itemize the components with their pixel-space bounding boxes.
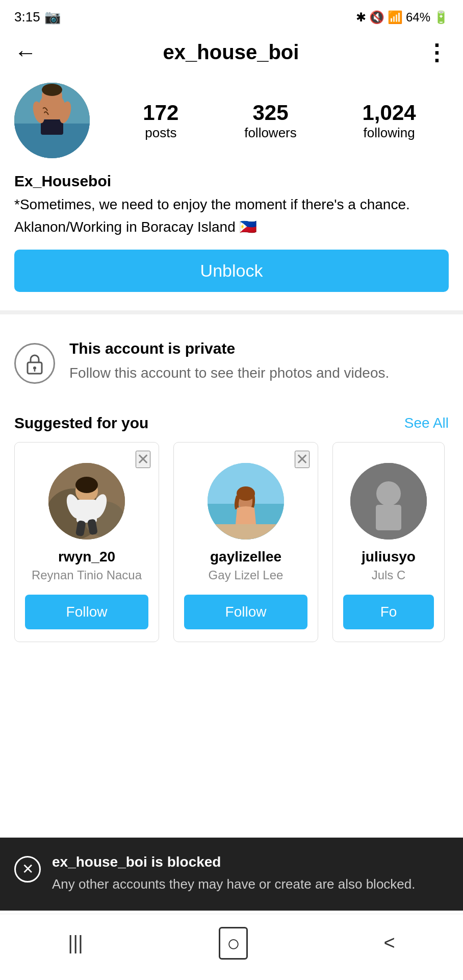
bottom-nav: ||| ○ < [0,914,463,980]
suggestion-card-1: ✕ rwyn_20 Reynan Tinio Nacua Follow [14,442,159,642]
svg-point-27 [376,481,401,506]
toast-text: ex_house_boi is blocked Any other accoun… [52,854,416,894]
dismiss-card-1-button[interactable]: ✕ [136,451,150,468]
svg-rect-28 [376,505,401,530]
profile-avatar [14,83,90,158]
card-2-avatar [208,463,284,540]
wifi-icon: 📶 [388,10,403,24]
more-options-button[interactable]: ⋮ [425,39,449,65]
battery-icon: 🔋 [433,10,449,24]
followers-stat: 325 followers [244,101,297,141]
back-button[interactable]: ← [14,40,37,65]
follow-card-3-button[interactable]: Fo [343,595,434,629]
suggested-title: Suggested for you [14,414,148,432]
profile-top: 172 posts 325 followers 1,024 following [14,83,449,158]
unblock-button[interactable]: Unblock [14,250,449,292]
toast-notification: ✕ ex_house_boi is blocked Any other acco… [0,838,463,911]
status-right: ✱ 🔇 📶 64% 🔋 [356,10,449,24]
card-3-fullname: Juls C [343,568,434,582]
profile-display-name: Ex_Houseboi [14,173,449,190]
bluetooth-icon: ✱ [356,10,366,24]
profile-bio: *Sometimes, we need to enjoy the moment … [14,194,449,215]
profile-username-header: ex_house_boi [163,41,299,64]
posts-label: posts [145,125,176,140]
follow-card-2-button[interactable]: Follow [184,595,307,629]
see-all-button[interactable]: See All [404,415,449,431]
card-1-avatar [48,463,125,540]
toast-subtitle: Any other accounts they may have or crea… [52,874,416,894]
toast-close-icon[interactable]: ✕ [14,856,41,883]
followers-label: followers [244,125,297,140]
svg-point-9 [33,366,36,370]
mute-icon: 🔇 [369,10,384,24]
posts-count: 172 [143,101,178,125]
suggestion-card-3-partial: juliusyo Juls C Fo [332,442,445,642]
suggested-cards-row: ✕ rwyn_20 Reynan Tinio Nacua Follow [0,442,463,642]
profile-section: 172 posts 325 followers 1,024 following … [0,75,463,292]
dismiss-card-2-button[interactable]: ✕ [295,451,310,468]
private-account-section: This account is private Follow this acco… [0,314,463,404]
posts-stat: 172 posts [143,101,178,141]
follow-card-1-button[interactable]: Follow [25,595,148,629]
private-text: This account is private Follow this acco… [69,340,449,384]
card-3-username: juliusyo [343,549,434,565]
battery-display: 64% [406,10,430,24]
svg-point-20 [75,477,98,493]
card-3-avatar [350,463,427,540]
status-left: 3:15 📷 [14,9,61,25]
followers-count: 325 [244,101,297,125]
profile-stats: 172 posts 325 followers 1,024 following [110,101,449,141]
nav-recents-icon[interactable]: ||| [68,932,83,954]
nav-back-icon[interactable]: < [384,932,395,954]
private-title: This account is private [69,340,449,357]
following-stat: 1,024 following [363,101,416,141]
suggested-header: Suggested for you See All [0,404,463,442]
card-1-username: rwyn_20 [25,549,148,565]
camera-icon: 📷 [44,9,61,25]
nav-home-icon[interactable]: ○ [219,927,248,960]
svg-rect-25 [208,524,284,540]
private-subtitle: Follow this account to see their photos … [69,362,449,384]
profile-location: Aklanon/Working in Boracay Island 🇵🇭 [14,218,449,235]
card-1-fullname: Reynan Tinio Nacua [25,568,148,582]
svg-point-4 [42,84,62,96]
following-label: following [363,125,415,140]
svg-rect-5 [41,119,63,135]
top-nav: ← ex_house_boi ⋮ [0,30,463,75]
section-divider [0,310,463,314]
time-display: 3:15 [14,9,40,25]
following-count: 1,024 [363,101,416,125]
toast-title: ex_house_boi is blocked [52,854,416,870]
card-2-fullname: Gay Lizel Lee [184,568,307,582]
status-bar: 3:15 📷 ✱ 🔇 📶 64% 🔋 [0,0,463,30]
card-2-username: gaylizellee [184,549,307,565]
suggestion-card-2: ✕ gaylizellee Gay Lizel Lee Follow [173,442,318,642]
close-x-icon: ✕ [22,862,34,876]
lock-icon [14,343,55,384]
